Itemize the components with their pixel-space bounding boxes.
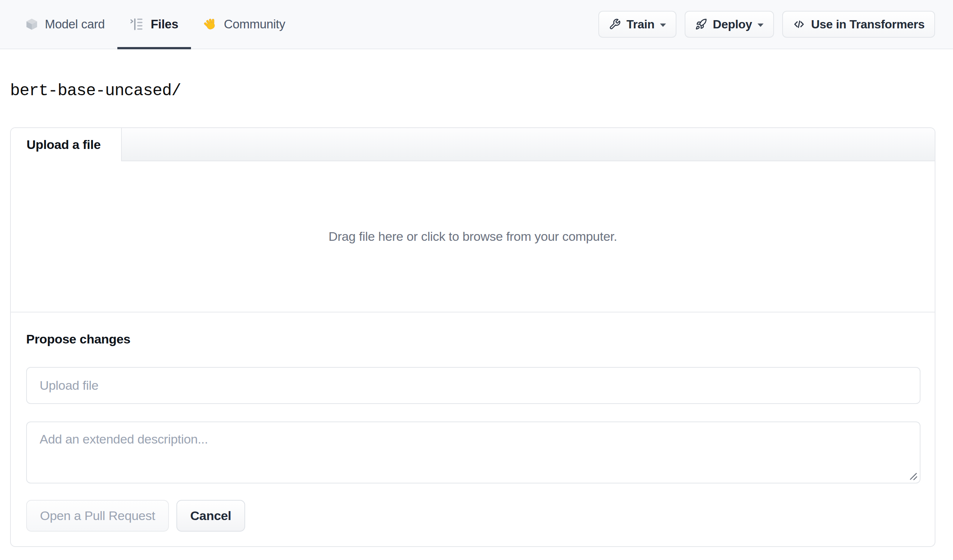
cancel-button[interactable]: Cancel	[176, 500, 245, 532]
upload-card: Upload a file Drag file here or click to…	[10, 127, 936, 547]
tab-label: Upload a file	[26, 138, 101, 152]
description-textarea[interactable]	[26, 421, 920, 483]
tab-label: Files	[151, 17, 178, 31]
tab-community[interactable]: Community	[191, 0, 298, 48]
propose-changes-heading: Propose changes	[26, 332, 130, 347]
open-pull-request-button[interactable]: Open a Pull Request	[26, 500, 169, 532]
tab-label: Model card	[45, 17, 105, 31]
rocket-icon	[695, 18, 707, 30]
use-in-transformers-button[interactable]: Use in Transformers	[782, 11, 935, 38]
tab-bar-filler	[122, 128, 935, 161]
caret-down-icon	[660, 23, 666, 27]
repo-tab-bar: Model card Files	[12, 0, 298, 48]
header-actions: Train Deploy	[598, 0, 935, 48]
repo-path-title: bert-base-uncased/	[10, 81, 181, 100]
file-dropzone[interactable]: Drag file here or click to browse from y…	[11, 161, 935, 312]
tab-model-card[interactable]: Model card	[12, 0, 117, 48]
tab-upload-a-file[interactable]: Upload a file	[11, 128, 122, 161]
button-label: Train	[626, 17, 654, 31]
waving-hand-icon	[204, 17, 217, 31]
button-label: Use in Transformers	[811, 17, 925, 31]
upload-file-input[interactable]	[26, 367, 920, 404]
train-button[interactable]: Train	[598, 11, 677, 38]
cube-icon	[25, 17, 39, 31]
tab-label: Community	[224, 17, 285, 31]
card-tab-bar: Upload a file	[11, 128, 935, 161]
header: Model card Files	[0, 0, 953, 49]
wrench-icon	[609, 18, 621, 30]
caret-down-icon	[757, 23, 764, 27]
deploy-button[interactable]: Deploy	[684, 11, 774, 38]
page: Model card Files	[0, 0, 953, 560]
file-versions-icon	[130, 17, 144, 31]
description-field-wrap	[26, 421, 920, 483]
form-actions: Open a Pull Request Cancel	[26, 500, 245, 532]
button-label: Deploy	[713, 17, 752, 31]
propose-changes-section: Propose changes Open a Pull Request Canc…	[11, 312, 935, 546]
dropzone-text: Drag file here or click to browse from y…	[329, 229, 617, 244]
tab-files[interactable]: Files	[117, 0, 191, 48]
code-icon	[793, 18, 806, 31]
